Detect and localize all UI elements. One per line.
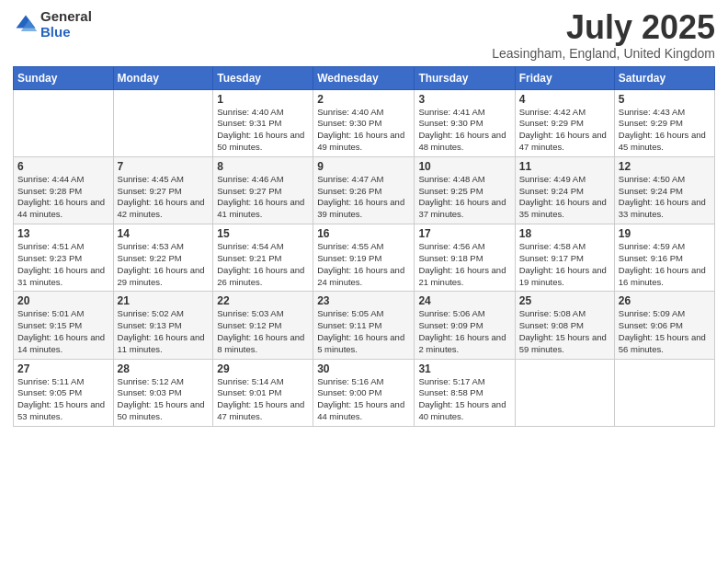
day-info: Sunrise: 4:50 AMSunset: 9:24 PMDaylight:… bbox=[619, 174, 711, 221]
day-number: 18 bbox=[519, 227, 610, 240]
day-info: Sunrise: 5:03 AMSunset: 9:12 PMDaylight:… bbox=[217, 308, 309, 355]
day-number: 22 bbox=[217, 294, 309, 307]
calendar-week-1: 1Sunrise: 4:40 AMSunset: 9:31 PMDaylight… bbox=[14, 89, 715, 156]
calendar-cell: 4Sunrise: 4:42 AMSunset: 9:29 PMDaylight… bbox=[515, 89, 614, 156]
calendar-cell: 6Sunrise: 4:44 AMSunset: 9:28 PMDaylight… bbox=[14, 156, 114, 224]
day-number: 13 bbox=[17, 227, 109, 240]
day-number: 11 bbox=[519, 160, 610, 173]
calendar-cell: 8Sunrise: 4:46 AMSunset: 9:27 PMDaylight… bbox=[213, 156, 313, 224]
calendar-cell: 7Sunrise: 4:45 AMSunset: 9:27 PMDaylight… bbox=[113, 156, 213, 224]
day-info: Sunrise: 4:53 AMSunset: 9:22 PMDaylight:… bbox=[118, 241, 210, 288]
calendar-cell: 22Sunrise: 5:03 AMSunset: 9:12 PMDayligh… bbox=[213, 292, 313, 359]
calendar-cell: 11Sunrise: 4:49 AMSunset: 9:24 PMDayligh… bbox=[515, 156, 614, 224]
calendar-cell: 16Sunrise: 4:55 AMSunset: 9:19 PMDayligh… bbox=[313, 224, 415, 292]
calendar-week-2: 6Sunrise: 4:44 AMSunset: 9:28 PMDaylight… bbox=[14, 156, 715, 224]
calendar-cell: 3Sunrise: 4:41 AMSunset: 9:30 PMDaylight… bbox=[415, 89, 515, 156]
day-info: Sunrise: 5:06 AMSunset: 9:09 PMDaylight:… bbox=[418, 308, 510, 355]
title-block: July 2025 Leasingham, England, United Ki… bbox=[492, 9, 715, 61]
calendar-cell: 2Sunrise: 4:40 AMSunset: 9:30 PMDaylight… bbox=[313, 89, 415, 156]
day-number: 21 bbox=[118, 294, 210, 307]
calendar-cell bbox=[614, 359, 714, 426]
day-number: 24 bbox=[418, 294, 510, 307]
calendar-cell bbox=[515, 359, 614, 426]
logo-text: General Blue bbox=[40, 9, 92, 40]
calendar-cell: 13Sunrise: 4:51 AMSunset: 9:23 PMDayligh… bbox=[14, 224, 114, 292]
day-info: Sunrise: 4:47 AMSunset: 9:26 PMDaylight:… bbox=[317, 174, 410, 221]
calendar-cell: 19Sunrise: 4:59 AMSunset: 9:16 PMDayligh… bbox=[614, 224, 714, 292]
calendar-weekday-monday: Monday bbox=[113, 66, 213, 89]
day-info: Sunrise: 5:08 AMSunset: 9:08 PMDaylight:… bbox=[519, 308, 610, 355]
day-number: 29 bbox=[217, 362, 309, 375]
day-number: 30 bbox=[317, 362, 410, 375]
day-info: Sunrise: 4:55 AMSunset: 9:19 PMDaylight:… bbox=[317, 241, 410, 288]
calendar-week-4: 20Sunrise: 5:01 AMSunset: 9:15 PMDayligh… bbox=[14, 292, 715, 359]
day-number: 27 bbox=[17, 362, 109, 375]
day-number: 17 bbox=[418, 227, 510, 240]
calendar-cell: 24Sunrise: 5:06 AMSunset: 9:09 PMDayligh… bbox=[415, 292, 515, 359]
day-info: Sunrise: 5:16 AMSunset: 9:00 PMDaylight:… bbox=[317, 376, 410, 423]
day-info: Sunrise: 4:48 AMSunset: 9:25 PMDaylight:… bbox=[418, 174, 510, 221]
day-number: 16 bbox=[317, 227, 410, 240]
day-info: Sunrise: 5:12 AMSunset: 9:03 PMDaylight:… bbox=[118, 376, 210, 423]
calendar-weekday-tuesday: Tuesday bbox=[213, 66, 313, 89]
day-info: Sunrise: 4:56 AMSunset: 9:18 PMDaylight:… bbox=[418, 241, 510, 288]
day-info: Sunrise: 5:14 AMSunset: 9:01 PMDaylight:… bbox=[217, 376, 309, 423]
calendar-week-5: 27Sunrise: 5:11 AMSunset: 9:05 PMDayligh… bbox=[14, 359, 715, 426]
subtitle: Leasingham, England, United Kingdom bbox=[492, 46, 715, 61]
calendar-cell: 29Sunrise: 5:14 AMSunset: 9:01 PMDayligh… bbox=[213, 359, 313, 426]
day-info: Sunrise: 4:40 AMSunset: 9:31 PMDaylight:… bbox=[217, 107, 309, 154]
calendar-cell: 10Sunrise: 4:48 AMSunset: 9:25 PMDayligh… bbox=[415, 156, 515, 224]
day-info: Sunrise: 5:09 AMSunset: 9:06 PMDaylight:… bbox=[619, 308, 711, 355]
day-info: Sunrise: 4:43 AMSunset: 9:29 PMDaylight:… bbox=[619, 107, 711, 154]
calendar-cell: 25Sunrise: 5:08 AMSunset: 9:08 PMDayligh… bbox=[515, 292, 614, 359]
logo-general: General bbox=[40, 9, 92, 25]
calendar-weekday-saturday: Saturday bbox=[614, 66, 714, 89]
calendar-header-row: SundayMondayTuesdayWednesdayThursdayFrid… bbox=[14, 66, 715, 89]
calendar-cell: 5Sunrise: 4:43 AMSunset: 9:29 PMDaylight… bbox=[614, 89, 714, 156]
calendar-cell: 9Sunrise: 4:47 AMSunset: 9:26 PMDaylight… bbox=[313, 156, 415, 224]
logo: General Blue bbox=[13, 9, 92, 40]
day-number: 25 bbox=[519, 294, 610, 307]
calendar-cell: 30Sunrise: 5:16 AMSunset: 9:00 PMDayligh… bbox=[313, 359, 415, 426]
day-info: Sunrise: 5:17 AMSunset: 8:58 PMDaylight:… bbox=[418, 376, 510, 423]
calendar-cell bbox=[113, 89, 213, 156]
day-info: Sunrise: 5:11 AMSunset: 9:05 PMDaylight:… bbox=[17, 376, 109, 423]
day-number: 15 bbox=[217, 227, 309, 240]
day-number: 3 bbox=[418, 93, 510, 106]
calendar-weekday-wednesday: Wednesday bbox=[313, 66, 415, 89]
calendar-table: SundayMondayTuesdayWednesdayThursdayFrid… bbox=[13, 66, 715, 427]
calendar-cell: 1Sunrise: 4:40 AMSunset: 9:31 PMDaylight… bbox=[213, 89, 313, 156]
day-number: 26 bbox=[619, 294, 711, 307]
day-number: 4 bbox=[519, 93, 610, 106]
day-number: 8 bbox=[217, 160, 309, 173]
calendar-cell: 14Sunrise: 4:53 AMSunset: 9:22 PMDayligh… bbox=[113, 224, 213, 292]
day-info: Sunrise: 4:41 AMSunset: 9:30 PMDaylight:… bbox=[418, 107, 510, 154]
calendar-cell: 27Sunrise: 5:11 AMSunset: 9:05 PMDayligh… bbox=[14, 359, 114, 426]
day-number: 10 bbox=[418, 160, 510, 173]
day-number: 31 bbox=[418, 362, 510, 375]
day-number: 23 bbox=[317, 294, 410, 307]
day-number: 6 bbox=[17, 160, 109, 173]
calendar-weekday-thursday: Thursday bbox=[415, 66, 515, 89]
calendar-cell: 28Sunrise: 5:12 AMSunset: 9:03 PMDayligh… bbox=[113, 359, 213, 426]
calendar-weekday-friday: Friday bbox=[515, 66, 614, 89]
day-number: 2 bbox=[317, 93, 410, 106]
calendar-weekday-sunday: Sunday bbox=[14, 66, 114, 89]
day-number: 14 bbox=[118, 227, 210, 240]
day-info: Sunrise: 4:46 AMSunset: 9:27 PMDaylight:… bbox=[217, 174, 309, 221]
day-number: 1 bbox=[217, 93, 309, 106]
day-info: Sunrise: 5:01 AMSunset: 9:15 PMDaylight:… bbox=[17, 308, 109, 355]
header: General Blue July 2025 Leasingham, Engla… bbox=[13, 9, 715, 61]
calendar-cell bbox=[14, 89, 114, 156]
calendar-cell: 17Sunrise: 4:56 AMSunset: 9:18 PMDayligh… bbox=[415, 224, 515, 292]
day-info: Sunrise: 4:40 AMSunset: 9:30 PMDaylight:… bbox=[317, 107, 410, 154]
day-info: Sunrise: 4:42 AMSunset: 9:29 PMDaylight:… bbox=[519, 107, 610, 154]
calendar-cell: 12Sunrise: 4:50 AMSunset: 9:24 PMDayligh… bbox=[614, 156, 714, 224]
day-info: Sunrise: 4:54 AMSunset: 9:21 PMDaylight:… bbox=[217, 241, 309, 288]
day-number: 19 bbox=[619, 227, 711, 240]
calendar-cell: 18Sunrise: 4:58 AMSunset: 9:17 PMDayligh… bbox=[515, 224, 614, 292]
logo-icon bbox=[13, 12, 39, 38]
day-number: 5 bbox=[619, 93, 711, 106]
day-number: 28 bbox=[118, 362, 210, 375]
day-info: Sunrise: 5:05 AMSunset: 9:11 PMDaylight:… bbox=[317, 308, 410, 355]
